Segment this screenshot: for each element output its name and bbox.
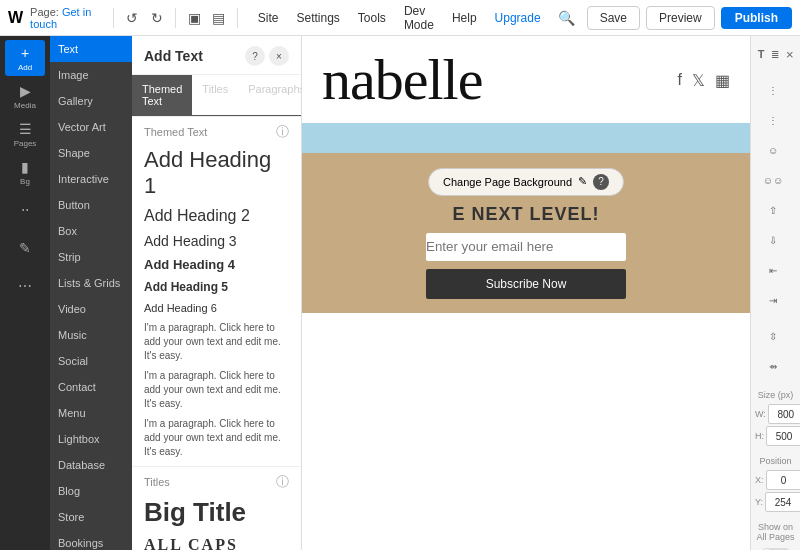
- strip-icon-bg[interactable]: ▮ Bg: [5, 154, 45, 190]
- add-heading-3[interactable]: Add Heading 3: [132, 229, 301, 253]
- next-level-text: E NEXT LEVEL!: [452, 204, 599, 225]
- strip-icon-blog[interactable]: ✎: [5, 230, 45, 266]
- topbar-separator-1: [113, 8, 114, 28]
- hero-tan-section: Change Page Background ✎ ? E NEXT LEVEL!…: [302, 153, 750, 313]
- width-label: W:: [755, 409, 766, 419]
- add-heading-2[interactable]: Add Heading 2: [132, 203, 301, 229]
- nav-help[interactable]: Help: [444, 7, 485, 29]
- sidebar-item-image[interactable]: Image: [50, 62, 132, 88]
- sidebar-item-interactive[interactable]: Interactive: [50, 166, 132, 192]
- facebook-icon[interactable]: f: [678, 70, 682, 89]
- up-icon[interactable]: ⇧: [755, 196, 791, 224]
- strip-icon-apps[interactable]: ⋅⋅: [5, 192, 45, 228]
- title-big[interactable]: Big Title: [132, 493, 301, 532]
- social-icons: f 𝕏 ▦: [678, 70, 730, 89]
- bg-icon: ▮: [21, 159, 29, 175]
- redo-button[interactable]: ↻: [147, 4, 168, 32]
- sidebar-item-vector[interactable]: Vector Art: [50, 114, 132, 140]
- paragraph-3[interactable]: I'm a paragraph. Click here to add your …: [132, 414, 301, 462]
- paragraph-1[interactable]: I'm a paragraph. Click here to add your …: [132, 318, 301, 366]
- x-input[interactable]: [766, 470, 800, 490]
- topbar-nav: Site Settings Tools Dev Mode Help Upgrad…: [250, 0, 549, 36]
- sidebar-item-blog[interactable]: Blog: [50, 478, 132, 504]
- text-style-icon[interactable]: T: [755, 40, 767, 68]
- info-icon: ⓘ: [276, 123, 289, 141]
- tab-paragraphs[interactable]: Paragraphs: [238, 75, 302, 116]
- down-icon[interactable]: ⇩: [755, 226, 791, 254]
- page-name-link[interactable]: Get in touch: [30, 6, 91, 30]
- save-button[interactable]: Save: [587, 6, 640, 30]
- instagram-icon[interactable]: ▦: [715, 70, 730, 89]
- person-icon[interactable]: ☺: [755, 136, 791, 164]
- sidebar-item-text[interactable]: Text: [50, 36, 132, 62]
- titles-section: Titles ⓘ Big Title ALL CAPS TITLE Small …: [132, 466, 301, 550]
- tab-titles[interactable]: Titles: [192, 75, 238, 116]
- sidebar-item-box[interactable]: Box: [50, 218, 132, 244]
- sidebar-item-database[interactable]: Database: [50, 452, 132, 478]
- right-panel: T ≣ × ⋮ ⋮ ☺ ☺☺ ⇧ ⇩ ⇤ ⇥ ⇳ ⇴ Size (px) W: …: [750, 36, 800, 550]
- move-icon[interactable]: ⇳: [755, 322, 791, 350]
- titles-section-label: Titles ⓘ: [132, 467, 301, 493]
- sidebar-item-button[interactable]: Button: [50, 192, 132, 218]
- rpanel-close-icon[interactable]: ×: [784, 40, 796, 68]
- sidebar-item-gallery[interactable]: Gallery: [50, 88, 132, 114]
- email-input[interactable]: [426, 233, 626, 261]
- position-label: Position: [755, 454, 796, 468]
- sidebar-item-store[interactable]: Store: [50, 504, 132, 530]
- strip-icon-add[interactable]: + Add: [5, 40, 45, 76]
- change-bg-button[interactable]: Change Page Background ✎ ?: [428, 168, 624, 196]
- align-icon[interactable]: ≣: [769, 40, 781, 68]
- tab-themed-text[interactable]: Themed Text: [132, 75, 192, 116]
- width-row: W:: [755, 404, 796, 424]
- page-label: Page: Get in touch: [30, 6, 97, 30]
- search-button[interactable]: 🔍: [553, 4, 581, 32]
- group-icon[interactable]: ☺☺: [755, 166, 791, 194]
- sidebar-item-lists[interactable]: Lists & Grids: [50, 270, 132, 296]
- width-input[interactable]: [768, 404, 800, 424]
- sidebar-item-shape[interactable]: Shape: [50, 140, 132, 166]
- add-heading-1[interactable]: Add Heading 1: [132, 143, 301, 203]
- height-input[interactable]: [766, 426, 800, 446]
- grid-icon[interactable]: ⋮: [755, 76, 791, 104]
- y-row: Y:: [755, 492, 796, 512]
- sidebar-item-music[interactable]: Music: [50, 322, 132, 348]
- y-input[interactable]: [765, 492, 800, 512]
- nav-tools[interactable]: Tools: [350, 7, 394, 29]
- hero-blue-band: [302, 123, 750, 153]
- subscribe-button[interactable]: Subscribe Now: [426, 269, 626, 299]
- strip-icon-pages[interactable]: ☰ Pages: [5, 116, 45, 152]
- sidebar-item-lightbox[interactable]: Lightbox: [50, 426, 132, 452]
- twitter-icon[interactable]: 𝕏: [692, 70, 705, 89]
- left-icon[interactable]: ⇤: [755, 256, 791, 284]
- wix-logo: W: [8, 9, 22, 27]
- sidebar-item-menu[interactable]: Menu: [50, 400, 132, 426]
- publish-button[interactable]: Publish: [721, 7, 792, 29]
- info-button[interactable]: ?: [245, 46, 265, 66]
- sidebar-item-video[interactable]: Video: [50, 296, 132, 322]
- nav-upgrade[interactable]: Upgrade: [487, 7, 549, 29]
- paragraph-2[interactable]: I'm a paragraph. Click here to add your …: [132, 366, 301, 414]
- strip-icon-media[interactable]: ▶ Media: [5, 78, 45, 114]
- edit2-icon[interactable]: ⇴: [755, 352, 791, 380]
- title-all-caps[interactable]: ALL CAPS TITLE: [132, 532, 301, 550]
- nav-site[interactable]: Site: [250, 7, 287, 29]
- mobile-view-button[interactable]: ▤: [208, 4, 229, 32]
- add-heading-6[interactable]: Add Heading 6: [132, 298, 301, 318]
- desktop-view-button[interactable]: ▣: [184, 4, 205, 32]
- sidebar-item-strip[interactable]: Strip: [50, 244, 132, 270]
- undo-button[interactable]: ↺: [122, 4, 143, 32]
- add-heading-5[interactable]: Add Heading 5: [132, 276, 301, 298]
- sidebar-item-bookings[interactable]: Bookings: [50, 530, 132, 550]
- header-icons: ? ×: [245, 46, 289, 66]
- add-heading-4[interactable]: Add Heading 4: [132, 253, 301, 276]
- preview-button[interactable]: Preview: [646, 6, 715, 30]
- strip-icon-more[interactable]: ⋯: [5, 268, 45, 304]
- list-icon[interactable]: ⋮: [755, 106, 791, 134]
- topbar-separator-2: [175, 8, 176, 28]
- close-button[interactable]: ×: [269, 46, 289, 66]
- nav-devmode[interactable]: Dev Mode: [396, 0, 442, 36]
- nav-settings[interactable]: Settings: [289, 7, 348, 29]
- right-icon[interactable]: ⇥: [755, 286, 791, 314]
- sidebar-item-social[interactable]: Social: [50, 348, 132, 374]
- sidebar-item-contact[interactable]: Contact: [50, 374, 132, 400]
